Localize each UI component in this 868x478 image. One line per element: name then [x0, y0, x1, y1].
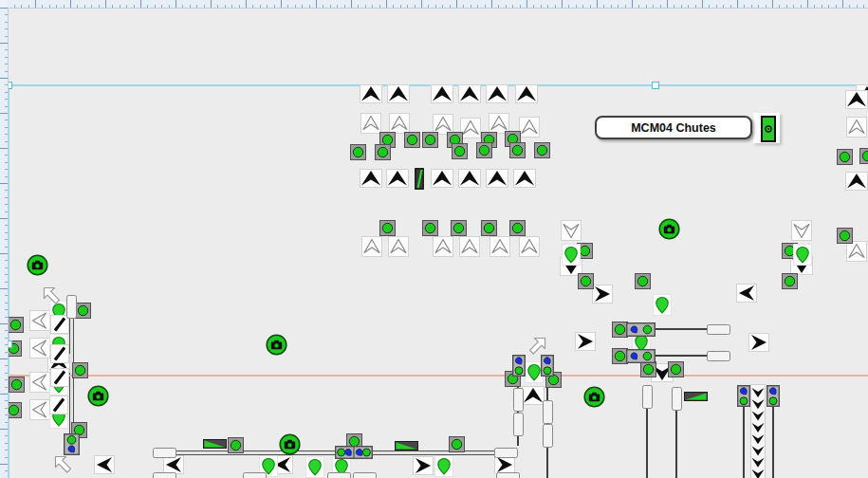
sensor-pair[interactable]	[512, 355, 526, 377]
level-wedge-icon[interactable]	[684, 392, 708, 401]
flow-arrow-up-icon[interactable]	[845, 172, 868, 191]
sensor-pair[interactable]	[541, 355, 554, 377]
flow-arrow-up-icon[interactable]	[845, 90, 868, 109]
scada-canvas[interactable]: MCM04 Chutes	[0, 0, 868, 478]
camera-icon[interactable]	[87, 385, 109, 407]
conveyor-segment[interactable]	[707, 351, 730, 361]
flow-arrow-left-icon[interactable]	[736, 284, 757, 303]
level-wedge-icon[interactable]	[395, 441, 418, 450]
flow-arrow-up-icon[interactable]	[486, 169, 508, 188]
flow-arrow-right-icon[interactable]	[575, 332, 596, 351]
selection-handle[interactable]	[652, 82, 659, 89]
conveyor-segment[interactable]	[707, 324, 730, 335]
conveyor-segment[interactable]	[353, 472, 377, 478]
horizontal-ruler[interactable]	[0, 0, 868, 9]
flow-arrow-up-outline-icon[interactable]	[519, 117, 540, 138]
flow-arrow-up-outline-icon[interactable]	[459, 236, 480, 257]
status-indicator[interactable]	[8, 317, 24, 333]
flow-arrow-up-icon[interactable]	[458, 169, 481, 188]
status-indicator[interactable]	[509, 220, 526, 236]
sensor-pair[interactable]	[766, 385, 780, 407]
flow-arrow-left-outline-icon[interactable]	[29, 372, 50, 393]
vertical-ruler[interactable]	[0, 8, 9, 478]
flow-arrow-up-outline-icon[interactable]	[460, 118, 481, 138]
flow-arrow-up-outline-icon[interactable]	[433, 236, 453, 257]
status-indicator[interactable]	[534, 142, 550, 158]
location-pin-icon[interactable]	[653, 294, 672, 316]
flow-arrow-up-icon[interactable]	[360, 169, 382, 188]
status-indicator[interactable]	[228, 437, 244, 453]
level-wedge-icon[interactable]	[203, 439, 227, 449]
status-indicator[interactable]	[9, 377, 25, 393]
turn-arrow-icon[interactable]	[526, 335, 548, 357]
status-indicator[interactable]	[668, 361, 684, 377]
conveyor-segment[interactable]	[66, 295, 77, 319]
status-indicator[interactable]	[837, 149, 853, 165]
status-indicator[interactable]	[379, 220, 396, 236]
valve-indicator-icon[interactable]	[761, 116, 776, 142]
flow-arrow-down-outline-icon[interactable]	[791, 220, 812, 241]
camera-icon[interactable]	[658, 218, 680, 240]
status-indicator[interactable]	[578, 273, 594, 289]
conveyor-segment[interactable]	[513, 413, 524, 436]
flow-arrow-down-outline-icon[interactable]	[561, 220, 582, 241]
status-indicator[interactable]	[422, 220, 438, 236]
status-indicator[interactable]	[422, 132, 438, 148]
flow-arrow-left-icon[interactable]	[94, 455, 115, 474]
status-indicator[interactable]	[350, 144, 366, 160]
status-indicator[interactable]	[640, 361, 656, 377]
gate-closed-icon[interactable]	[50, 344, 69, 363]
status-indicator[interactable]	[509, 142, 526, 158]
conveyor-segment[interactable]	[672, 387, 682, 411]
gate-closed-icon[interactable]	[49, 395, 68, 414]
sensor-quad[interactable]	[335, 446, 373, 459]
location-pin-icon[interactable]	[305, 456, 324, 478]
flow-arrow-left-outline-icon[interactable]	[29, 338, 50, 358]
flow-arrow-up-icon[interactable]	[513, 169, 536, 188]
status-indicator[interactable]	[635, 273, 651, 289]
turn-arrow-icon[interactable]	[52, 453, 75, 475]
camera-icon[interactable]	[266, 334, 287, 356]
status-indicator[interactable]	[449, 436, 465, 452]
gate-position-bar[interactable]	[415, 168, 424, 190]
sensor-pair[interactable]	[626, 349, 656, 363]
sensor-pair[interactable]	[737, 385, 750, 407]
chute-flow-strip[interactable]	[750, 384, 766, 478]
flow-arrow-up-outline-icon[interactable]	[519, 236, 540, 257]
sensor-pair[interactable]	[626, 322, 656, 337]
status-indicator[interactable]	[451, 220, 467, 236]
camera-icon[interactable]	[279, 433, 301, 455]
status-indicator[interactable]	[859, 148, 868, 164]
camera-icon[interactable]	[583, 386, 605, 408]
conveyor-segment[interactable]	[153, 448, 176, 458]
status-indicator[interactable]	[72, 362, 88, 378]
sensor-pair[interactable]	[64, 433, 80, 455]
location-pin-icon[interactable]	[434, 455, 453, 477]
status-indicator[interactable]	[452, 143, 468, 159]
flow-arrow-up-outline-icon[interactable]	[489, 236, 510, 257]
flow-arrow-right-icon[interactable]	[413, 456, 434, 475]
flow-arrow-up-icon[interactable]	[431, 84, 453, 103]
status-indicator[interactable]	[375, 144, 391, 160]
conveyor-segment[interactable]	[513, 388, 524, 412]
flow-arrow-up-outline-icon[interactable]	[846, 117, 867, 138]
location-pin-icon[interactable]	[793, 244, 812, 266]
flow-arrow-up-icon[interactable]	[387, 84, 410, 103]
flow-arrow-up-icon[interactable]	[431, 169, 453, 188]
flow-arrow-up-icon[interactable]	[515, 84, 538, 103]
flow-arrow-left-outline-icon[interactable]	[29, 310, 50, 331]
camera-icon[interactable]	[27, 254, 48, 276]
status-indicator[interactable]	[476, 142, 492, 158]
status-indicator[interactable]	[75, 303, 91, 319]
flow-arrow-up-icon[interactable]	[386, 169, 409, 188]
flow-arrow-right-icon[interactable]	[748, 333, 769, 352]
conveyor-segment[interactable]	[153, 472, 176, 478]
conveyor-segment[interactable]	[494, 448, 518, 458]
conveyor-segment[interactable]	[543, 400, 553, 424]
conveyor-segment[interactable]	[543, 424, 553, 448]
flow-arrow-up-icon[interactable]	[360, 84, 382, 103]
status-indicator[interactable]	[404, 132, 420, 148]
flow-arrow-up-icon[interactable]	[486, 84, 508, 103]
flow-arrow-up-outline-icon[interactable]	[388, 236, 409, 257]
flow-arrow-right-icon[interactable]	[592, 285, 613, 303]
